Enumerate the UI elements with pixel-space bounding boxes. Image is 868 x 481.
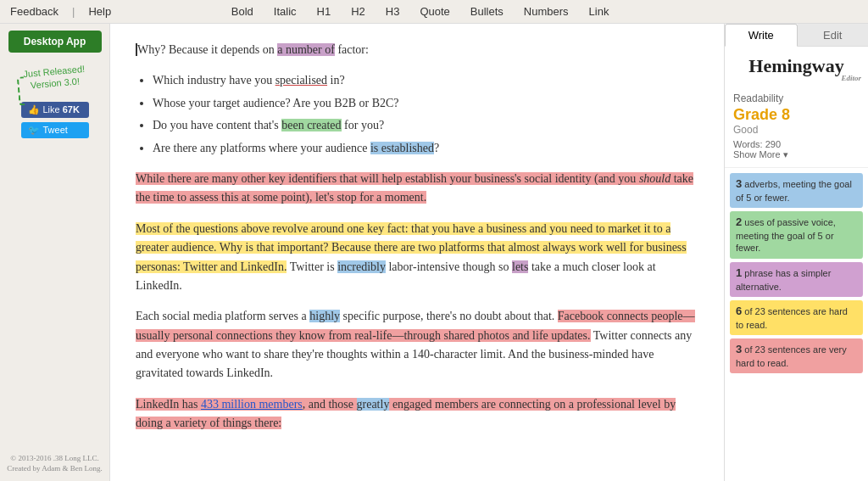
bullet-list: Which industry have you specialised in? … [153,71,698,158]
words-label: Words: [733,139,763,149]
hemingway-logo: Hemingway Editor [725,47,868,86]
sidebar: Desktop App Just Released!Version 3.0! 👍… [0,24,110,481]
h2-button[interactable]: H2 [348,3,369,20]
paragraph-3: Most of the questions above revolve arou… [136,220,698,296]
twitter-tweet-button[interactable]: 🐦 Tweet [21,122,89,138]
highlight-blue-3: highly [309,310,340,322]
words-count: 290 [765,139,781,149]
paragraph-4: Each social media platform serves a high… [136,307,698,383]
write-edit-tabs: Write Edit [725,24,868,47]
thumbs-up-icon: 👍 [28,104,40,115]
list-item-3: Do you have content that's been created … [153,116,698,135]
stat-num-2: 1 [736,266,742,279]
social-buttons: 👍 Like 67K 🐦 Tweet [21,102,89,138]
sidebar-bottom: © 2013-2016 .38 Long LLC. Created by Ada… [7,453,102,474]
editor-area[interactable]: Why? Because it depends on a number of f… [110,24,724,481]
h1-button[interactable]: H1 [314,3,335,20]
like-label: Like 67K [43,104,80,115]
stat-num-3: 6 [736,305,742,317]
top-nav: Feedback | Help Bold Italic H1 H2 H3 Quo… [0,0,868,24]
highlight-pink-3: LinkedIn has 433 million members, and th… [136,398,676,429]
grade-value: Grade 8 [733,106,860,124]
nav-left: Feedback | Help [7,3,114,20]
feedback-link[interactable]: Feedback [7,3,62,20]
highlight-pink-1: While there are many other key identifie… [136,172,693,204]
underline-specialised: specialised [275,74,327,87]
readability-section: Readability Grade 8 Good Words: 290 Show… [725,86,868,168]
list-item-4: Are there any platforms where your audie… [153,139,698,158]
paragraph-5: LinkedIn has 433 million members, and th… [136,395,698,433]
stat-num-1: 2 [736,215,742,228]
created-by-text: Created by Adam & Ben Long. [7,464,102,473]
highlight-blue-2: incredibly [337,260,386,273]
paragraph-2: While there are many other key identifie… [136,170,698,208]
help-link[interactable]: Help [85,3,114,20]
stat-item-4: 3 of 23 sentences are very hard to read. [730,338,863,373]
highlight-purple-1: a number of [277,43,335,56]
just-released-badge: Just Released!Version 3.0! [23,63,86,92]
paragraph-1: Why? Because it depends on a number of f… [136,41,698,59]
highlight-purple-2: lets [512,260,528,273]
highlight-blue-1: is established [370,142,434,154]
list-item-2: Whose your target audience? Are you B2B … [153,94,698,113]
cursor [136,43,137,56]
tweet-label: Tweet [43,125,68,135]
edit-tab[interactable]: Edit [798,24,869,46]
main-layout: Desktop App Just Released!Version 3.0! 👍… [0,24,868,481]
stat-num-4: 3 [736,343,742,355]
copyright-text: © 2013-2016 .38 Long LLC. [10,454,98,462]
readability-title: Readability [733,92,860,104]
write-tab[interactable]: Write [725,24,798,47]
h3-button[interactable]: H3 [382,3,403,20]
bullets-button[interactable]: Bullets [467,3,507,20]
stat-item-0: 3 adverbs, meeting the goal of 5 or fewe… [730,173,863,208]
twitter-icon: 🐦 [28,125,40,136]
stat-item-1: 2 uses of passive voice, meeting the goa… [730,211,863,258]
grade-quality: Good [733,124,860,136]
highlight-blue-4: greatly [357,398,390,411]
right-panel: Write Edit Hemingway Editor Readability … [724,24,868,481]
highlight-green-1: been created [281,119,341,131]
desktop-app-button[interactable]: Desktop App [8,31,102,53]
link-433-million[interactable]: 433 million members [201,398,303,411]
stats-list: 3 adverbs, meeting the goal of 5 or fewe… [725,168,868,378]
italic-button[interactable]: Italic [270,3,300,20]
numbers-button[interactable]: Numbers [520,3,572,20]
quote-button[interactable]: Quote [416,3,453,20]
list-item-1: Which industry have you specialised in? [153,71,698,90]
toolbar-center: Bold Italic H1 H2 H3 Quote Bullets Numbe… [114,3,726,20]
show-more-button[interactable]: Show More [733,149,860,160]
bold-button[interactable]: Bold [228,3,257,20]
words-line: Words: 290 [733,139,860,149]
link-button[interactable]: Link [586,3,613,20]
highlight-yellow-1: Most of the questions above revolve arou… [136,222,687,273]
nav-divider: | [72,5,75,18]
highlight-pink-2: Facebook connects people—usually persona… [136,310,695,341]
stat-num-0: 3 [736,177,742,190]
facebook-like-button[interactable]: 👍 Like 67K [21,102,89,118]
stat-item-3: 6 of 23 sentences are hard to read. [730,300,863,335]
logo-text: Hemingway [748,55,843,76]
stat-item-2: 1 phrase has a simpler alternative. [730,262,863,297]
